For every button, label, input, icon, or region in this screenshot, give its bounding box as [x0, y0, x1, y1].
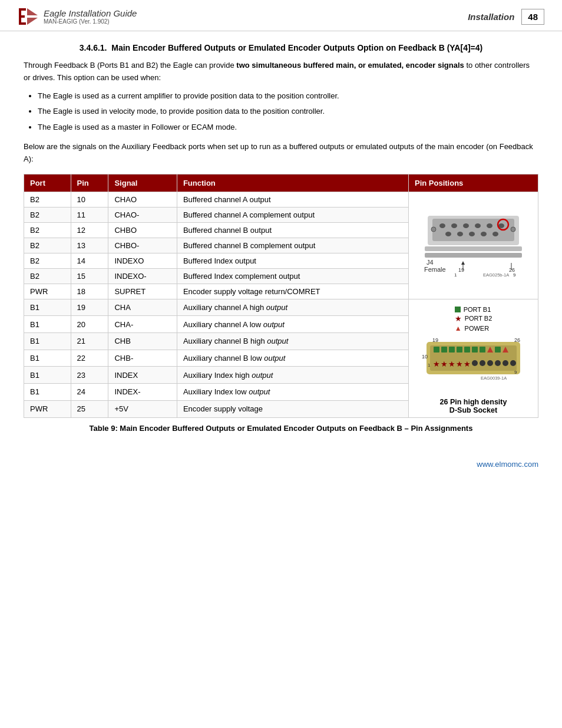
cell-pin: 24 [71, 384, 108, 401]
section-heading: 3.4.6.1. Main Encoder Buffered Outputs o… [24, 43, 538, 52]
svg-rect-21 [425, 253, 522, 258]
svg-text:EAG025b-1A: EAG025b-1A [483, 272, 509, 278]
legend-label-b2: PORT B2 [465, 315, 492, 322]
svg-text:★: ★ [433, 360, 440, 368]
footer: www.elmomc.com [0, 454, 562, 475]
table-row: B1 19 CHA Auxiliary channel A high outpu… [24, 299, 538, 316]
svg-rect-40 [464, 347, 470, 353]
legend-item-power: ▲ POWER [455, 324, 489, 332]
cell-signal: SUPRET [108, 284, 177, 299]
cell-function: Auxiliary channel A low output [177, 316, 408, 333]
main-table: Port Pin Signal Function Pin Positions B… [24, 174, 538, 418]
cell-port: B1 [24, 384, 71, 401]
cell-function: Encoder supply voltage return/COMRET [177, 284, 408, 299]
cell-signal: CHA- [108, 316, 177, 333]
cell-signal: CHBO- [108, 238, 177, 253]
connector-diagram-top: J4 Female 19 26 1 9 [422, 213, 525, 278]
cell-function: Buffered channel A output [177, 192, 408, 207]
cell-port: B2 [24, 253, 71, 268]
pin-image-area-top: J4 Female 19 26 1 9 [415, 213, 532, 278]
bullet-item: The Eagle is used in velocity mode, to p… [38, 106, 538, 118]
pin-image-area-bottom: PORT B1 ★ PORT B2 ▲ POWER [415, 302, 532, 414]
svg-point-55 [495, 360, 501, 366]
cell-port: B1 [24, 367, 71, 384]
header-title-block: Eagle Installation Guide MAN-EAGIG (Ver.… [44, 8, 137, 25]
cell-function: Buffered channel B complement output [177, 238, 408, 253]
below-text: Below are the signals on the Auxiliary F… [24, 141, 538, 166]
cell-port: B1 [24, 316, 71, 333]
svg-text:9: 9 [514, 370, 517, 375]
cell-port: B1 [24, 299, 71, 316]
dsub-line2: D-Sub Socket [449, 406, 497, 414]
svg-rect-44 [495, 347, 501, 353]
page: Eagle Installation Guide MAN-EAGIG (Ver.… [0, 0, 562, 728]
svg-point-56 [503, 360, 508, 366]
cell-pin: 14 [71, 253, 108, 268]
svg-rect-38 [449, 347, 455, 353]
legend-area: PORT B1 ★ PORT B2 ▲ POWER [455, 306, 492, 332]
cell-pin: 12 [71, 222, 108, 238]
header: Eagle Installation Guide MAN-EAGIG (Ver.… [0, 0, 562, 31]
footer-link[interactable]: www.elmomc.com [477, 460, 538, 469]
content: 3.4.6.1. Main Encoder Buffered Outputs o… [0, 31, 562, 454]
table-row: B2 10 CHAO Buffered channel A output [24, 192, 538, 207]
cell-signal: CHAO- [108, 207, 177, 222]
cell-signal: CHAO [108, 192, 177, 207]
cell-function: Buffered Index output [177, 253, 408, 268]
svg-text:10: 10 [422, 354, 428, 360]
cell-function: Buffered channel A complement output [177, 207, 408, 222]
col-header-signal: Signal [108, 174, 177, 192]
svg-text:EAG0039-1A: EAG0039-1A [481, 375, 507, 381]
svg-text:J4: J4 [427, 259, 434, 266]
cell-function: Buffered Index complement output [177, 268, 408, 284]
table-caption: Table 9: Main Encoder Buffered Outputs o… [24, 424, 538, 433]
header-left: Eagle Installation Guide MAN-EAGIG (Ver.… [18, 6, 137, 27]
header-subtitle: MAN-EAGIG (Ver. 1.902) [44, 18, 137, 25]
svg-point-7 [451, 223, 457, 228]
svg-text:9: 9 [513, 272, 516, 278]
cell-function: Auxiliary Index high output [177, 367, 408, 384]
cell-function: Auxiliary Index low output [177, 384, 408, 401]
header-title: Eagle Installation Guide [44, 8, 137, 18]
svg-point-6 [439, 223, 445, 228]
svg-point-13 [457, 232, 463, 236]
cell-port: B2 [24, 192, 71, 207]
svg-text:1: 1 [454, 272, 457, 278]
cell-pin: 10 [71, 192, 108, 207]
svg-text:1: 1 [428, 363, 431, 368]
cell-port: B2 [24, 238, 71, 253]
intro-text: Through Feedback B (Ports B1 and B2) the… [24, 61, 236, 70]
intro-paragraph: Through Feedback B (Ports B1 and B2) the… [24, 60, 538, 84]
svg-point-18 [431, 227, 436, 232]
cell-signal: INDEXO [108, 253, 177, 268]
cell-function: Buffered channel B output [177, 222, 408, 238]
svg-text:19: 19 [432, 337, 438, 343]
cell-function: Encoder supply voltage [177, 400, 408, 417]
cell-pin: 23 [71, 367, 108, 384]
cell-pin: 18 [71, 284, 108, 299]
legend-square-b1 [455, 307, 461, 312]
svg-point-16 [492, 232, 498, 236]
cell-signal: CHB- [108, 350, 177, 367]
svg-rect-39 [457, 347, 462, 353]
legend-label-b1: PORT B1 [464, 306, 491, 313]
eagle-logo-icon [18, 6, 39, 27]
svg-text:Female: Female [424, 266, 446, 273]
svg-text:19: 19 [458, 267, 464, 273]
cell-pin: 13 [71, 238, 108, 253]
cell-function: Auxiliary channel B high output [177, 332, 408, 350]
col-header-port: Port [24, 174, 71, 192]
cell-pin: 25 [71, 400, 108, 417]
col-header-pin-positions: Pin Positions [409, 174, 538, 192]
svg-point-53 [480, 360, 485, 366]
svg-text:★: ★ [456, 360, 463, 368]
svg-point-15 [481, 232, 487, 236]
svg-text:★: ★ [441, 360, 448, 368]
cell-port: B1 [24, 332, 71, 350]
cell-function: Auxiliary channel A high output [177, 299, 408, 316]
svg-point-52 [472, 360, 478, 366]
bullet-item: The Eagle is used as a current amplifier… [38, 90, 538, 103]
svg-point-57 [510, 360, 516, 366]
col-header-function: Function [177, 174, 408, 192]
cell-pin: 15 [71, 268, 108, 284]
